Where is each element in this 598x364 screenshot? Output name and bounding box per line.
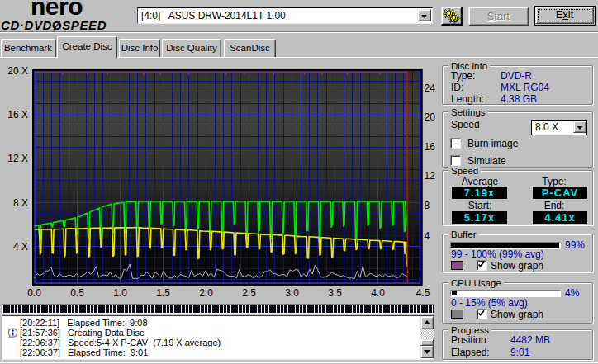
svg-text:8: 8 (425, 200, 430, 211)
svg-text:4.0: 4.0 (371, 287, 385, 299)
svg-text:24: 24 (425, 83, 436, 94)
svg-text:4.5: 4.5 (416, 287, 430, 299)
svg-text:16 X: 16 X (7, 109, 28, 121)
svg-text:1.0: 1.0 (113, 287, 127, 299)
svg-text:4: 4 (425, 230, 430, 242)
svg-text:8 X: 8 X (13, 197, 28, 209)
svg-text:16: 16 (425, 141, 436, 153)
svg-text:4 X: 4 X (13, 241, 28, 253)
svg-text:3.5: 3.5 (328, 287, 342, 299)
svg-text:12: 12 (425, 170, 436, 182)
svg-text:2.5: 2.5 (242, 287, 256, 299)
svg-text:2.0: 2.0 (199, 287, 213, 299)
svg-text:0.0: 0.0 (27, 287, 41, 299)
svg-text:0.5: 0.5 (70, 287, 84, 299)
svg-text:12 X: 12 X (7, 153, 28, 164)
svg-text:3.0: 3.0 (285, 287, 299, 299)
svg-text:1.5: 1.5 (156, 287, 170, 299)
svg-text:20 X: 20 X (7, 65, 28, 77)
svg-text:20: 20 (425, 111, 436, 123)
